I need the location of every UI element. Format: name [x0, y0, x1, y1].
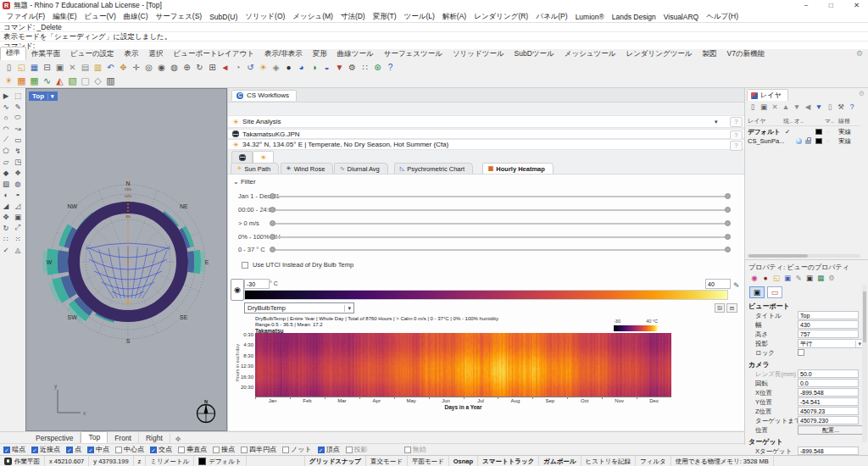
toolbar-icon-shaded-mode[interactable]: ● [282, 62, 295, 74]
menu-item[interactable]: VisualARQ [659, 13, 702, 21]
toolbar-icon-zoom-window[interactable]: ◉ [155, 62, 168, 74]
hourly-heatmap-canvas[interactable] [255, 333, 671, 397]
toolbar-icon-viewport-layout[interactable]: ⊞ [206, 62, 219, 74]
menu-item[interactable]: パネル(P) [532, 12, 571, 22]
osnap-投影[interactable]: 投影 [346, 445, 368, 454]
layer-color-swatch[interactable] [815, 129, 822, 135]
toolbar-icon-help[interactable]: ? [384, 62, 397, 74]
props-display-brush[interactable]: ✎ [793, 273, 804, 283]
tab-hourly-heatmap[interactable]: ▦Hourly Heatmap [482, 163, 554, 174]
toolbar-icon-sun[interactable]: ☀ [257, 62, 270, 74]
slider-handle-max[interactable] [725, 220, 731, 226]
toolbar-icon-pan[interactable]: ✥ [117, 62, 130, 74]
prop-value-input[interactable] [798, 388, 859, 397]
menu-item[interactable]: ヘルプ(H) [703, 12, 743, 22]
toolbar-icon-schedule-grid[interactable]: ▦ [28, 75, 41, 87]
legend-visibility-button[interactable]: ◉ [231, 279, 244, 301]
toolbar-icon-copy-file[interactable]: ▤ [79, 62, 92, 74]
slider-track[interactable] [272, 236, 728, 238]
toolbar-icon-daylight-box[interactable]: ▢ [79, 75, 92, 87]
status-cell[interactable]: フィルタ [636, 456, 671, 466]
prop-value-input[interactable] [798, 379, 859, 387]
toolbar-icon-paste[interactable]: ▥ [92, 62, 104, 74]
props-camera[interactable]: ▣ [804, 273, 815, 283]
slider-handle-min[interactable] [270, 247, 275, 252]
toolbar-icon-rotate-camera[interactable]: ◔ [231, 62, 244, 74]
menu-item[interactable]: ビュー(V) [81, 12, 120, 22]
prop-value-input[interactable] [798, 369, 859, 378]
tool-circle[interactable]: ○ [0, 112, 12, 123]
toolbar-icon-epw-import[interactable]: ▦ [15, 75, 28, 87]
toolbar-tab[interactable]: 表示 [120, 48, 144, 60]
layers-collapse[interactable]: ◀ [803, 102, 813, 112]
osnap-checkbox[interactable]: ✓ [66, 447, 73, 453]
toolbar-tab[interactable]: 作業平面 [26, 48, 65, 60]
toolbar-tab[interactable]: レンダリングツール [620, 48, 697, 60]
layers-help[interactable]: ? [847, 102, 857, 112]
layers-panel-options[interactable]: ▯ [825, 102, 835, 112]
menu-item[interactable]: ファイル(F) [3, 12, 49, 22]
layers-filter-funnel[interactable]: ▼ [814, 102, 824, 112]
toolbar-icon-zoom-extents[interactable]: ⊕ [181, 62, 193, 74]
tool-ellipse[interactable]: ⬭ [12, 112, 24, 123]
layers-hscrollbar[interactable] [747, 254, 860, 258]
move-tabs-icon[interactable]: ✥ [175, 435, 181, 443]
osnap-checkbox[interactable] [178, 447, 185, 453]
toolbar-icon-new-file[interactable]: ▯ [3, 62, 15, 74]
slider-track[interactable] [272, 209, 728, 211]
edit-pencil-icon[interactable]: ✎ [733, 281, 740, 290]
osnap-checkbox[interactable] [115, 447, 122, 453]
props-object-properties[interactable]: ◉ [749, 273, 760, 283]
props-texture-mapping[interactable]: ▣ [782, 273, 793, 283]
slider-handle-max[interactable] [725, 234, 731, 240]
tool-rectangle[interactable]: ▭ [12, 134, 24, 145]
mini-tab-sun-icon[interactable]: ☀ [253, 151, 274, 163]
toolbar-icon-flag-options[interactable]: ▼ [333, 62, 346, 74]
toolbar-tab[interactable]: 変形 [308, 48, 332, 60]
tool-sweep[interactable]: ❖ [12, 167, 24, 178]
toolbar-icon-open-file[interactable]: ◱ [15, 62, 28, 74]
menu-item[interactable]: ソリッド(O) [242, 12, 289, 22]
osnap-近接点[interactable]: ✓近接点 [31, 445, 60, 454]
prop-checkbox[interactable] [798, 349, 804, 356]
osnap-checkbox[interactable] [213, 447, 220, 453]
viewport-tab-top[interactable]: Top [81, 431, 108, 443]
osnap-checkbox[interactable]: ✓ [87, 447, 94, 453]
tab-sun-path[interactable]: ☀Sun Path [231, 163, 279, 174]
toolbar-icon-psychrometric[interactable]: ◭ [53, 75, 66, 87]
slider-handle-max[interactable] [725, 247, 731, 252]
menu-item[interactable]: メッシュ(M) [289, 12, 337, 22]
osnap-交点[interactable]: ✓交点 [150, 445, 172, 454]
status-cell[interactable] [247, 456, 305, 466]
tool-helix[interactable]: ↯ [12, 145, 24, 156]
osnap-ノット[interactable]: ノット [282, 445, 312, 454]
tool-points-grid[interactable]: ⁙ [12, 233, 24, 244]
layers-new-sublayer[interactable]: ▣ [759, 102, 769, 112]
toolbar-icon-copy[interactable]: ▣ [53, 62, 66, 74]
menu-item[interactable]: 解析(A) [438, 12, 470, 22]
toolbar-icon-bar-chart[interactable]: ▥ [104, 75, 117, 87]
prop-value-input[interactable] [798, 416, 859, 424]
layer-material-dot[interactable]: ◦ [827, 137, 830, 145]
osnap-点[interactable]: ✓点 [66, 445, 81, 454]
tool-polygon[interactable]: ⬠ [0, 145, 12, 156]
layer-linetype[interactable]: 実線 [838, 137, 851, 146]
legend-min-input[interactable] [244, 279, 270, 289]
osnap-中心点[interactable]: 中心点 [115, 445, 144, 454]
toolbar-icon-rotate-view[interactable]: ↻ [193, 62, 206, 74]
tool-array-tool[interactable]: ∷ [0, 233, 12, 244]
prop-value-input[interactable] [798, 397, 859, 406]
slider-track[interactable] [272, 249, 728, 251]
osnap-checkbox[interactable] [404, 447, 411, 453]
slider-track[interactable] [272, 196, 728, 197]
close-button[interactable]: ✕ [854, 1, 860, 9]
osnap-端点[interactable]: ✓端点 [3, 445, 25, 454]
props-film[interactable]: ▦ [815, 273, 826, 283]
props-folder[interactable]: ◱ [771, 273, 782, 283]
status-cell[interactable]: x 45210.607 [45, 456, 89, 466]
toolbar-icon-raytraced-mode[interactable]: ◒ [320, 62, 333, 74]
osnap-checkbox[interactable]: ✓ [318, 447, 325, 453]
tool-fillet[interactable]: ◿ [12, 200, 24, 211]
chevron-down-icon[interactable]: ▾ [47, 93, 54, 100]
help-button[interactable]: ? [730, 117, 743, 127]
